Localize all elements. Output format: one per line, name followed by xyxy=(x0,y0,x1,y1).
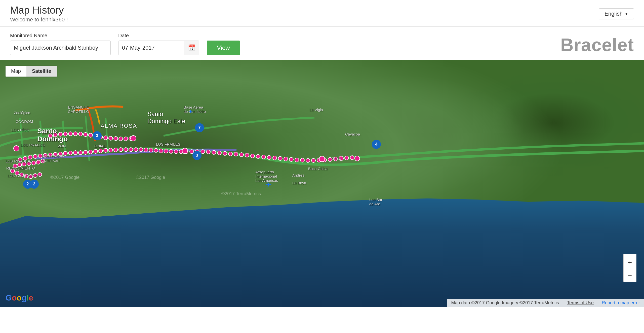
header-left: Map History Welcome to fennix360 ! xyxy=(10,5,68,23)
report-error-link[interactable]: Report a map error xyxy=(598,299,644,307)
terms-of-use-link[interactable]: Terms of Use xyxy=(563,299,598,307)
google-g2: g xyxy=(22,293,27,302)
zoom-out-button[interactable]: − xyxy=(623,269,636,282)
zoom-controls: + − xyxy=(623,256,636,282)
monitored-name-label: Monitored Name xyxy=(10,33,111,39)
date-field: Date 📅 xyxy=(118,33,199,55)
google-e: e xyxy=(29,293,33,302)
road-badge-2-east: 2 xyxy=(30,180,39,189)
google-o1: o xyxy=(12,293,17,302)
controls-bar: Monitored Name Date 📅 View Bracelet xyxy=(0,27,644,60)
language-selector[interactable]: English ▼ xyxy=(599,8,634,19)
page-title: Map History xyxy=(10,5,68,16)
zoom-in-button[interactable]: + xyxy=(623,256,636,269)
date-wrapper: 📅 xyxy=(118,41,199,55)
header: Map History Welcome to fennix360 ! Engli… xyxy=(0,0,644,27)
date-label: Date xyxy=(118,33,199,39)
road-badge-3-east: 3 xyxy=(192,151,202,160)
monitored-name-input[interactable] xyxy=(10,41,111,55)
map-container[interactable]: SantoDomingo SantoDomingo Este ALMA ROSA… xyxy=(0,60,644,307)
map-view-button[interactable]: Map xyxy=(6,66,26,77)
chevron-down-icon: ▼ xyxy=(625,12,628,16)
page-subtitle: Welcome to fennix360 ! xyxy=(10,16,68,23)
language-label: English xyxy=(605,11,623,17)
map-footer: Map data ©2017 Google Imagery ©2017 Terr… xyxy=(447,299,644,307)
road-badge-3-west: 3 xyxy=(93,131,102,140)
road-badge-4: 4 xyxy=(372,140,381,149)
bracelet-label: Bracelet xyxy=(560,35,634,55)
map-data-attribution: Map data ©2017 Google Imagery ©2017 Terr… xyxy=(447,299,563,307)
map-type-toggle: Map Satellite xyxy=(6,66,57,77)
road-badge-7: 7 xyxy=(195,123,204,132)
date-input[interactable] xyxy=(118,41,184,55)
google-g: G xyxy=(6,293,12,302)
satellite-view-button[interactable]: Satellite xyxy=(26,66,57,77)
view-button[interactable]: View xyxy=(207,41,240,55)
google-logo: Google xyxy=(6,293,33,303)
monitored-name-field: Monitored Name xyxy=(10,33,111,55)
google-o2: o xyxy=(17,293,22,302)
calendar-button[interactable]: 📅 xyxy=(184,41,199,55)
airport-icon: ✈ xyxy=(265,181,271,189)
base-aerea-icon: ✈ xyxy=(188,109,193,115)
